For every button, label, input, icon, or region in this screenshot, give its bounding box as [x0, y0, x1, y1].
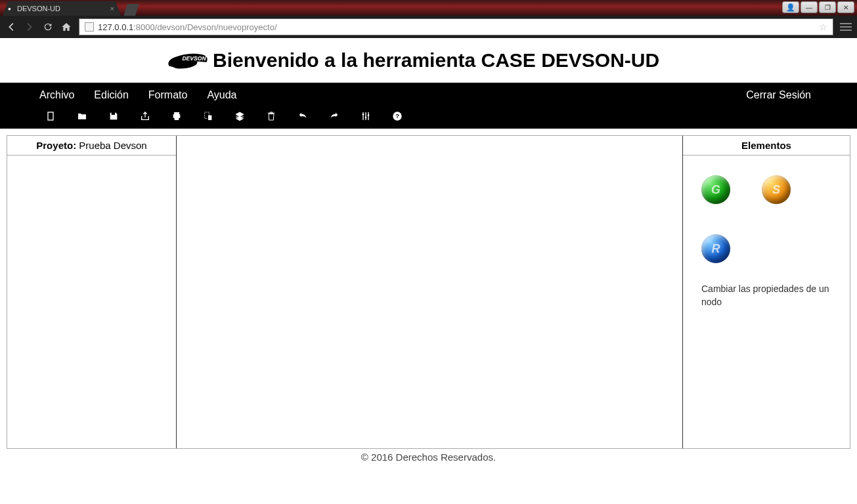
browser-tab[interactable]: DEVSON-UD × [3, 1, 121, 16]
page-header: DEVSON Bienvenido a la herramienta CASE … [0, 38, 857, 83]
elements-caption: Cambiar las propiedades de un nodo [701, 283, 831, 308]
logout-link[interactable]: Cerrar Sesión [746, 89, 811, 101]
svg-text:DEVSON: DEVSON [182, 55, 206, 62]
element-green-sphere[interactable]: G [701, 175, 730, 204]
tab-strip: DEVSON-UD × [3, 0, 139, 16]
sphere-glyph: S [772, 183, 780, 197]
address-bar: 127.0.0.1:8000/devson/Devson/nuevoproyec… [0, 16, 857, 38]
footer-text: © 2016 Derechos Reservados. [0, 449, 857, 465]
maximize-button[interactable]: ❐ [819, 1, 836, 13]
forward-button[interactable] [24, 21, 35, 33]
open-icon[interactable] [76, 110, 88, 122]
tab-title: DEVSON-UD [17, 5, 60, 12]
print-icon[interactable] [171, 110, 183, 122]
svg-rect-3 [208, 116, 211, 120]
menu-items: Archivo Edición Formato Ayuda [39, 89, 237, 101]
svg-point-4 [363, 114, 364, 116]
url-host: 127.0.0.1 [98, 22, 133, 32]
back-button[interactable] [5, 21, 17, 33]
browser-menu-button[interactable] [840, 23, 852, 31]
svg-rect-1 [48, 112, 53, 120]
url-field[interactable]: 127.0.0.1:8000/devson/Devson/nuevoproyec… [79, 18, 833, 35]
svg-text:?: ? [395, 113, 399, 119]
new-icon[interactable] [45, 110, 56, 122]
delete-icon[interactable] [265, 110, 277, 122]
element-blue-sphere[interactable]: R [701, 234, 730, 263]
browser-titlebar: DEVSON-UD × 👤 — ❐ ✕ [0, 0, 857, 16]
save-icon[interactable] [108, 110, 120, 122]
canvas-panel[interactable] [177, 136, 683, 448]
bookmark-star-icon[interactable]: ☆ [819, 22, 827, 32]
export-icon[interactable] [139, 110, 151, 122]
reload-button[interactable] [42, 21, 54, 33]
menu-archivo[interactable]: Archivo [39, 89, 74, 101]
toolbar: ? [39, 110, 818, 122]
page-title: Bienvenido a la herramienta CASE DEVSON-… [213, 49, 659, 72]
sphere-glyph: G [711, 183, 720, 197]
elements-grid: G S R [701, 175, 831, 263]
user-icon[interactable]: 👤 [782, 1, 799, 13]
canvas-area[interactable] [177, 136, 683, 448]
menu-formato[interactable]: Formato [148, 89, 188, 101]
new-tab-button[interactable] [123, 4, 139, 16]
project-header: Proyeto: Prueba Devson [7, 136, 176, 156]
project-name: Prueba Devson [79, 140, 146, 151]
menu-ayuda[interactable]: Ayuda [207, 89, 236, 101]
project-label: Proyeto: [36, 140, 76, 151]
sphere-glyph: R [712, 242, 720, 256]
tab-close-icon[interactable]: × [110, 5, 114, 12]
undo-icon[interactable] [297, 110, 309, 122]
menu-edicion[interactable]: Edición [94, 89, 128, 101]
window-controls: 👤 — ❐ ✕ [782, 1, 854, 13]
help-icon[interactable]: ? [391, 110, 403, 122]
url-port: :8000 [133, 22, 155, 32]
script-icon[interactable] [202, 110, 214, 122]
url-path: /devson/Devson/nuevoproyecto/ [155, 22, 277, 32]
page-body: DEVSON Bienvenido a la herramienta CASE … [0, 38, 857, 465]
project-panel: Proyeto: Prueba Devson [7, 136, 177, 448]
minimize-button[interactable]: — [801, 1, 818, 13]
settings-icon[interactable] [360, 110, 372, 122]
logo-icon: DEVSON [164, 47, 211, 74]
svg-point-5 [365, 117, 367, 119]
elements-panel: Elementos G S R Cambiar las propiedades … [683, 136, 850, 448]
home-button[interactable] [60, 21, 72, 33]
menubar: Archivo Edición Formato Ayuda Cerrar Ses… [0, 83, 857, 129]
workspace: Proyeto: Prueba Devson Elementos G S R C… [7, 135, 850, 449]
redo-icon[interactable] [328, 110, 340, 122]
element-orange-sphere[interactable]: S [762, 175, 791, 204]
close-window-button[interactable]: ✕ [837, 1, 854, 13]
svg-point-6 [368, 114, 370, 116]
elements-title: Elementos [683, 136, 850, 156]
page-icon [85, 22, 94, 32]
layers-icon[interactable] [234, 110, 246, 122]
